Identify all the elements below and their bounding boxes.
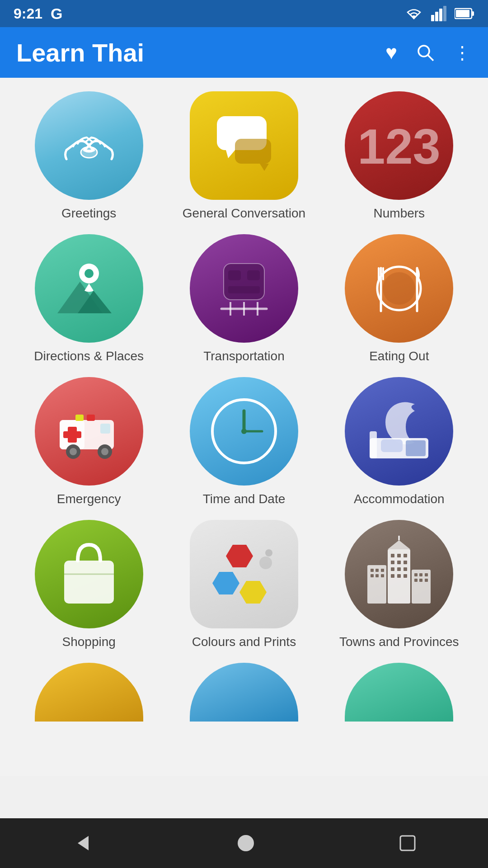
svg-rect-1: [435, 12, 438, 21]
category-greetings[interactable]: Greetings: [18, 91, 160, 221]
svg-rect-69: [404, 567, 407, 571]
svg-point-16: [84, 269, 94, 278]
svg-rect-73: [371, 569, 374, 572]
svg-rect-50: [406, 440, 426, 456]
category-grid: Greetings General Conversation 123 Numbe…: [0, 78, 488, 663]
svg-rect-83: [419, 579, 422, 582]
status-icons: [405, 6, 474, 21]
time-date-label: Time and Date: [203, 492, 286, 506]
category-colours-prints[interactable]: Colours and Prints: [173, 520, 314, 649]
svg-point-46: [241, 429, 247, 434]
svg-rect-65: [397, 561, 401, 564]
colours-prints-label: Colours and Prints: [192, 635, 296, 649]
svg-rect-89: [400, 836, 415, 850]
svg-point-26: [383, 272, 415, 305]
recents-button[interactable]: [399, 834, 417, 852]
svg-rect-12: [235, 139, 271, 164]
svg-rect-68: [397, 567, 401, 571]
category-shopping[interactable]: Shopping: [18, 520, 160, 649]
app-title: Learn Thai: [16, 38, 385, 67]
svg-rect-42: [87, 415, 95, 421]
svg-marker-55: [239, 581, 267, 604]
search-button[interactable]: [415, 42, 435, 62]
svg-rect-17: [224, 264, 264, 300]
transportation-label: Transportation: [203, 349, 285, 363]
eating-out-label: Eating Out: [369, 349, 429, 363]
svg-text:123: 123: [358, 118, 441, 174]
wifi-icon: [405, 7, 423, 20]
signal-icon: [431, 6, 446, 21]
partial-item-1[interactable]: [18, 663, 160, 722]
partial-item-3[interactable]: [328, 663, 470, 722]
svg-rect-80: [419, 573, 422, 576]
category-eating-out[interactable]: Eating Out: [328, 234, 470, 363]
category-directions-places[interactable]: Directions & Places: [18, 234, 160, 363]
svg-point-56: [259, 557, 272, 569]
svg-rect-0: [431, 15, 434, 21]
svg-rect-49: [381, 439, 403, 452]
svg-rect-51: [64, 561, 114, 604]
category-transportation[interactable]: Transportation: [173, 234, 314, 363]
svg-rect-66: [404, 561, 407, 564]
svg-point-88: [238, 835, 254, 851]
svg-marker-13: [260, 164, 269, 171]
svg-point-7: [418, 46, 429, 57]
home-button[interactable]: [236, 833, 256, 853]
svg-rect-75: [381, 569, 384, 572]
svg-rect-79: [414, 573, 418, 576]
svg-point-40: [101, 448, 108, 455]
svg-rect-67: [391, 567, 394, 571]
category-general-conversation[interactable]: General Conversation: [173, 91, 314, 221]
back-button[interactable]: [71, 832, 93, 854]
svg-rect-62: [397, 554, 401, 557]
svg-marker-53: [226, 545, 253, 567]
svg-rect-2: [439, 9, 442, 21]
favorite-button[interactable]: ♥: [385, 41, 397, 64]
svg-rect-6: [456, 10, 469, 17]
app-bar-icons: ♥ ⋮: [385, 41, 472, 64]
status-bar: 9:21 G: [0, 0, 488, 27]
svg-rect-63: [404, 554, 407, 557]
svg-rect-19: [247, 270, 260, 280]
svg-rect-76: [371, 574, 374, 577]
shopping-label: Shopping: [62, 635, 115, 649]
svg-rect-72: [404, 574, 407, 578]
category-time-date[interactable]: Time and Date: [173, 377, 314, 506]
svg-rect-61: [391, 554, 394, 557]
svg-marker-85: [388, 540, 410, 549]
directions-places-label: Directions & Places: [34, 349, 144, 363]
svg-rect-5: [472, 11, 474, 16]
svg-rect-78: [381, 574, 384, 577]
category-emergency[interactable]: Emergency: [18, 377, 160, 506]
svg-rect-41: [75, 415, 84, 421]
category-accommodation[interactable]: Accommodation: [328, 377, 470, 506]
svg-rect-70: [391, 574, 394, 578]
svg-rect-36: [100, 424, 110, 434]
svg-rect-48: [370, 431, 377, 458]
svg-rect-74: [375, 569, 379, 572]
category-towns-provinces[interactable]: Towns and Provinces: [328, 520, 470, 649]
svg-marker-87: [78, 836, 89, 850]
accommodation-label: Accommodation: [354, 492, 445, 506]
google-g-icon: G: [51, 5, 62, 23]
partial-item-2[interactable]: [173, 663, 314, 722]
app-bar: Learn Thai ♥ ⋮: [0, 27, 488, 78]
svg-rect-84: [425, 579, 428, 582]
svg-rect-71: [397, 574, 401, 578]
numbers-label: Numbers: [374, 206, 425, 221]
svg-point-57: [265, 549, 272, 557]
svg-line-8: [428, 55, 433, 61]
general-conversation-label: General Conversation: [183, 206, 305, 221]
partial-grid: [0, 663, 488, 776]
svg-rect-35: [63, 431, 81, 438]
svg-rect-81: [425, 573, 428, 576]
svg-point-38: [70, 448, 77, 455]
svg-rect-77: [375, 574, 379, 577]
svg-marker-11: [226, 150, 235, 158]
svg-rect-82: [414, 579, 418, 582]
emergency-label: Emergency: [57, 492, 121, 506]
more-options-button[interactable]: ⋮: [453, 42, 472, 63]
svg-marker-54: [212, 572, 239, 594]
category-numbers[interactable]: 123 Numbers: [328, 91, 470, 221]
svg-rect-64: [391, 561, 394, 564]
